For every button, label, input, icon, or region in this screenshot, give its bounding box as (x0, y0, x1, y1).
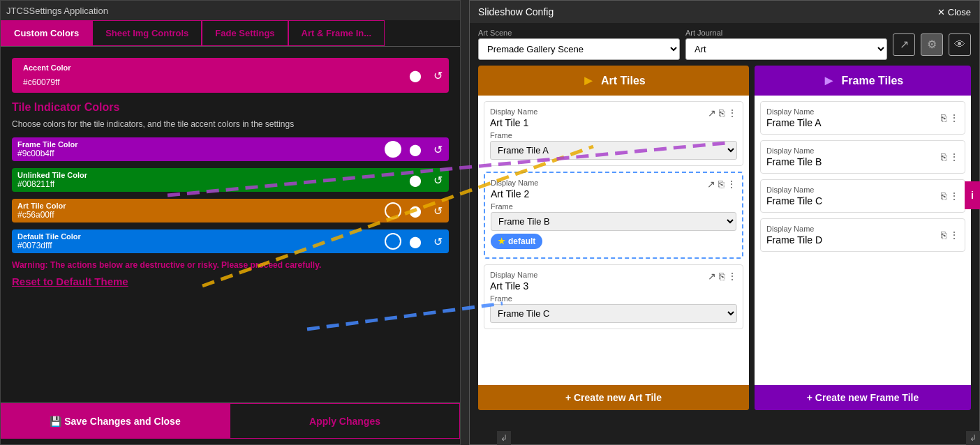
frame-tile-b-more-icon[interactable]: ⋮ (949, 151, 959, 163)
frame-color-value: #9c00b4ff (17, 149, 376, 158)
unlinked-color-label: Unlinked Tile Color (17, 171, 399, 179)
art-tile-2-display-label: Display Name (491, 179, 701, 187)
frame-tile-b-value: Frame Tile B (766, 156, 941, 167)
frame-tile-d-label: Display Name (766, 225, 941, 233)
frame-tile-d-value: Frame Tile D (766, 234, 941, 246)
art-tile-1-copy-icon[interactable]: ⎘ (719, 107, 725, 119)
star-icon: ★ (498, 236, 505, 246)
external-link-button[interactable]: ↗ (893, 33, 915, 56)
frame-tile-c-more-icon[interactable]: ⋮ (949, 190, 959, 202)
frame-tile-color-row: Frame Tile Color #9c00b4ff ⬤ ↺ (12, 137, 449, 161)
art-tile-2-frame-select[interactable]: Frame Tile B (491, 212, 736, 231)
art-tile-3-more-icon[interactable]: ⋮ (727, 271, 737, 282)
tab-custom-colors[interactable]: Custom Colors (1, 20, 92, 46)
art-color-value: #c56a00ff (17, 210, 376, 220)
settings-button[interactable]: ⚙ (921, 33, 943, 56)
frame-tiles-panel: ► Frame Tiles Display Name Frame Tile A … (755, 66, 971, 410)
left-app-title: JTCSSettings Application (6, 6, 108, 16)
frame-tile-a-label: Display Name (766, 107, 941, 116)
art-color-label: Art Tile Color (17, 202, 376, 210)
frame-tile-b-label: Display Name (766, 146, 941, 155)
frame-tile-a: Display Name Frame Tile A ⎘ ⋮ (760, 101, 965, 135)
left-tabs: Custom Colors Sheet Img Controls Fade Se… (1, 20, 460, 47)
tab-sheet-img[interactable]: Sheet Img Controls (92, 20, 202, 46)
art-tile-3: Display Name Art Tile 3 ↗ ⎘ ⋮ Frame Fram… (484, 264, 743, 329)
art-tile-1-open-icon[interactable]: ↗ (708, 107, 716, 119)
frame-tiles-header: ► Frame Tiles (755, 66, 971, 96)
unlinked-color-reset[interactable]: ↺ (426, 169, 449, 191)
frame-arrow-icon: ► (822, 73, 836, 89)
art-tile-1-frame-select[interactable]: Frame Tile A (490, 141, 737, 160)
default-color-reset[interactable]: ↺ (426, 230, 449, 252)
art-journal-label: Art Journal (685, 29, 887, 37)
art-tile-1: Display Name Art Tile 1 ↗ ⎘ ⋮ Frame Fram… (484, 101, 743, 166)
art-tile-3-display-label: Display Name (490, 271, 702, 279)
unlinked-tile-color-row: Unlinked Tile Color #008211ff ⬤ ↺ (12, 168, 449, 192)
art-tile-2-copy-icon[interactable]: ⎘ (718, 179, 724, 190)
frame-tile-a-more-icon[interactable]: ⋮ (949, 112, 959, 123)
art-tile-1-display-label: Display Name (490, 107, 702, 116)
default-tile-color-row: Default Tile Color #0073dfff ⬤ ↺ (12, 229, 449, 253)
frame-tiles-body: Display Name Frame Tile A ⎘ ⋮ Display Na… (755, 96, 971, 385)
right-app-title: Slideshow Config (478, 6, 554, 17)
art-color-circle (385, 202, 401, 219)
default-color-toggle[interactable]: ⬤ (404, 230, 426, 252)
frame-tile-a-copy-icon[interactable]: ⎘ (941, 112, 946, 123)
default-badge: ★ default (491, 234, 542, 249)
art-journal-group: Art Journal Art (685, 29, 887, 60)
frame-tile-a-value: Frame Tile A (766, 117, 941, 128)
frame-tile-b: Display Name Frame Tile B ⎘ ⋮ (760, 140, 965, 174)
frame-tile-c-copy-icon[interactable]: ⎘ (941, 190, 946, 202)
accent-color-value: #c60079ff (17, 75, 399, 90)
art-journal-select[interactable]: Art (685, 38, 887, 60)
left-content: Accent Color #c60079ff ⬤ ↺ Tile Indicato… (1, 47, 460, 402)
accent-color-label: Accent Color (17, 61, 399, 75)
tab-art-frame[interactable]: Art & Frame In... (288, 20, 385, 46)
art-tile-2-frame-label: Frame (491, 202, 736, 211)
art-scene-select[interactable]: Premade Gallery Scene (478, 38, 680, 60)
accent-color-reset[interactable]: ↺ (426, 64, 449, 86)
frame-tile-d-more-icon[interactable]: ⋮ (949, 229, 959, 241)
art-arrow-icon: ► (581, 73, 595, 89)
art-tile-2-display-value: Art Tile 2 (491, 188, 701, 199)
create-art-tile-button[interactable]: + Create new Art Tile (478, 385, 749, 410)
right-titlebar: Slideshow Config ✕ Close (470, 1, 979, 23)
frame-color-swatch-indicator (385, 141, 401, 158)
unlinked-color-value: #008211ff (17, 179, 399, 189)
art-tile-2-more-icon[interactable]: ⋮ (727, 179, 736, 190)
art-tile-3-frame-select[interactable]: Frame Tile C (490, 304, 737, 323)
art-color-reset[interactable]: ↺ (426, 199, 449, 222)
frame-tile-c-value: Frame Tile C (766, 195, 941, 206)
default-color-circle (385, 233, 401, 250)
frame-color-reset[interactable]: ↺ (426, 138, 449, 160)
eye-button[interactable]: 👁 (949, 33, 971, 56)
left-app: JTCSSettings Application Custom Colors S… (0, 0, 461, 445)
art-scene-group: Art Scene Premade Gallery Scene (478, 29, 680, 60)
info-button[interactable]: i (965, 181, 980, 209)
tab-fade-settings[interactable]: Fade Settings (202, 20, 288, 46)
reset-link[interactable]: Reset to Default Theme (12, 276, 449, 287)
frame-tile-d-copy-icon[interactable]: ⎘ (941, 229, 946, 241)
tile-indicator-title: Tile Indicator Colors (12, 101, 449, 114)
art-tile-3-copy-icon[interactable]: ⎘ (719, 271, 725, 282)
art-tile-1-more-icon[interactable]: ⋮ (727, 107, 737, 119)
create-frame-tile-button[interactable]: + Create new Frame Tile (755, 385, 971, 410)
apply-button[interactable]: Apply Changes (230, 403, 460, 439)
frame-tile-c: Display Name Frame Tile C ⎘ ⋮ (760, 179, 965, 213)
art-color-toggle[interactable]: ⬤ (404, 199, 426, 222)
warning-text: Warning: The actions below are destructi… (12, 260, 449, 270)
save-button[interactable]: 💾 Save Changes and Close (1, 403, 230, 439)
frame-color-toggle[interactable]: ⬤ (404, 138, 426, 160)
art-tile-3-display-value: Art Tile 3 (490, 280, 702, 292)
art-tile-3-open-icon[interactable]: ↗ (708, 271, 716, 282)
frame-tile-c-label: Display Name (766, 186, 941, 194)
art-scene-label: Art Scene (478, 29, 680, 37)
art-tile-2-open-icon[interactable]: ↗ (707, 179, 715, 190)
unlinked-color-toggle[interactable]: ⬤ (404, 169, 426, 191)
frame-tile-b-copy-icon[interactable]: ⎘ (941, 151, 946, 163)
art-tiles-panel: ► Art Tiles Display Name Art Tile 1 ↗ ⎘ (478, 66, 749, 410)
accent-color-toggle[interactable]: ⬤ (404, 64, 426, 86)
tiles-container: ► Art Tiles Display Name Art Tile 1 ↗ ⎘ (470, 66, 979, 410)
close-button[interactable]: ✕ Close (937, 7, 971, 17)
left-footer: 💾 Save Changes and Close Apply Changes (1, 402, 460, 439)
